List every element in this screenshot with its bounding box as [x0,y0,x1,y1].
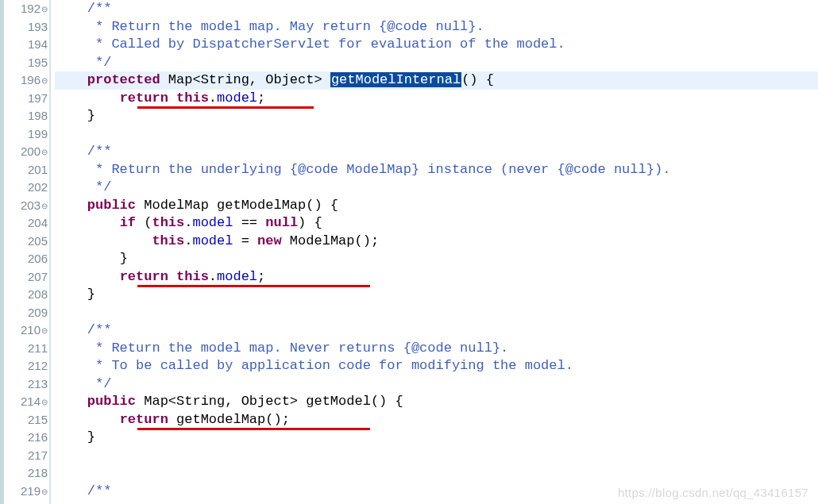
field: model [217,90,257,106]
text: . [184,215,192,230]
code-line[interactable]: /** [55,321,818,340]
comment: /** [87,144,112,159]
code-line[interactable] [55,304,818,322]
keyword: return [120,90,168,106]
text [55,483,87,498]
text: } [87,287,95,302]
code-area[interactable]: /** * Return the model map. May return {… [51,0,818,504]
line-number: 203⊖ [0,197,49,215]
text [55,179,95,194]
line-number: 207 [0,268,49,287]
code-line[interactable]: * To be called by application code for m… [55,357,818,375]
code-line[interactable]: return this.model; [55,90,818,108]
field: model [192,233,233,248]
text [55,19,95,34]
code-line[interactable] [55,125,818,144]
line-number: 211 [0,340,49,358]
text: } [87,108,95,123]
text [55,251,120,266]
text [55,287,87,302]
text [55,37,95,52]
code-line[interactable]: * Return the underlying {@code ModelMap}… [55,161,818,179]
line-number: 214⊖ [0,393,49,411]
text [55,72,87,87]
code-line[interactable]: public ModelMap getModelMap() { [55,197,818,215]
keyword: new [257,233,282,248]
code-line[interactable]: } [55,107,818,125]
code-line[interactable] [55,464,818,483]
text: . [209,269,217,284]
field: model [217,269,257,284]
code-line[interactable]: if (this.model == null) { [55,214,818,233]
fold-toggle-icon[interactable]: ⊖ [41,487,48,496]
fold-toggle-icon[interactable]: ⊖ [41,5,48,13]
text [55,55,95,70]
keyword: return [120,412,168,427]
line-number: 217 [0,447,49,465]
text [55,162,95,177]
line-number: 195 [0,54,49,72]
text [55,394,87,409]
fold-toggle-icon[interactable]: ⊖ [41,398,48,406]
fold-toggle-icon[interactable]: ⊖ [41,76,48,85]
text [55,322,87,337]
line-number: 198 [0,107,49,125]
code-line[interactable]: } [55,250,818,268]
keyword: null [265,215,298,230]
code-line[interactable]: return this.model; [55,268,818,287]
code-line[interactable]: * Return the model map. May return {@cod… [55,18,818,37]
line-number: 210⊖ [0,321,49,340]
text: ) { [298,215,322,230]
code-line[interactable]: public Map<String, Object> getModel() { [55,393,818,411]
code-line[interactable]: } [55,286,818,304]
comment: /** [87,322,112,337]
code-line[interactable]: * Called by DispatcherServlet for evalua… [55,36,818,54]
text: . [184,233,192,248]
fold-toggle-icon[interactable]: ⊖ [41,202,48,210]
keyword: public [87,198,136,213]
code-line[interactable]: /** [55,0,818,18]
keyword: protected [87,72,160,87]
field: model [192,215,233,230]
line-number: 205 [0,233,49,251]
text: Map<String, Object> getModel() { [136,394,403,409]
keyword: this [152,233,184,248]
keyword: if [120,215,136,230]
comment: */ [95,55,111,70]
keyword: public [87,394,136,409]
selected-text[interactable]: getModelInternal [330,72,461,87]
line-number: 212 [0,357,49,375]
fold-toggle-icon[interactable]: ⊖ [41,326,48,335]
code-line[interactable]: /** [55,143,818,161]
code-line[interactable]: */ [55,375,818,394]
line-number: 201 [0,161,49,179]
code-line[interactable]: } [55,429,818,447]
line-number: 206 [0,250,49,268]
line-number: 204 [0,214,49,233]
line-number: 199 [0,125,49,144]
fold-toggle-icon[interactable]: ⊖ [41,148,48,156]
line-number: 194 [0,36,49,54]
line-number: 208 [0,286,49,304]
code-line[interactable]: */ [55,54,818,72]
line-number: 218 [0,464,49,483]
code-line[interactable]: * Return the model map. Never returns {@… [55,340,818,358]
code-line[interactable]: this.model = new ModelMap(); [55,233,818,251]
line-number: 193 [0,18,49,37]
text: ; [257,269,265,284]
line-number: 215 [0,411,49,429]
code-line-highlighted[interactable]: protected Map<String, Object> getModelIn… [55,71,818,90]
text: ModelMap getModelMap() { [136,198,338,213]
text: Map<String, Object> [160,72,330,87]
comment: */ [95,376,111,391]
code-line[interactable] [55,447,818,465]
code-line[interactable]: */ [55,179,818,197]
line-number: 213 [0,375,49,394]
code-editor[interactable]: 192⊖193194195196⊖197198199200⊖201202203⊖… [0,0,818,504]
line-number: 196⊖ [0,71,49,90]
comment: */ [95,179,111,194]
code-line[interactable]: return getModelMap(); [55,411,818,429]
text: } [120,251,128,266]
text [55,358,95,373]
text [55,215,120,230]
